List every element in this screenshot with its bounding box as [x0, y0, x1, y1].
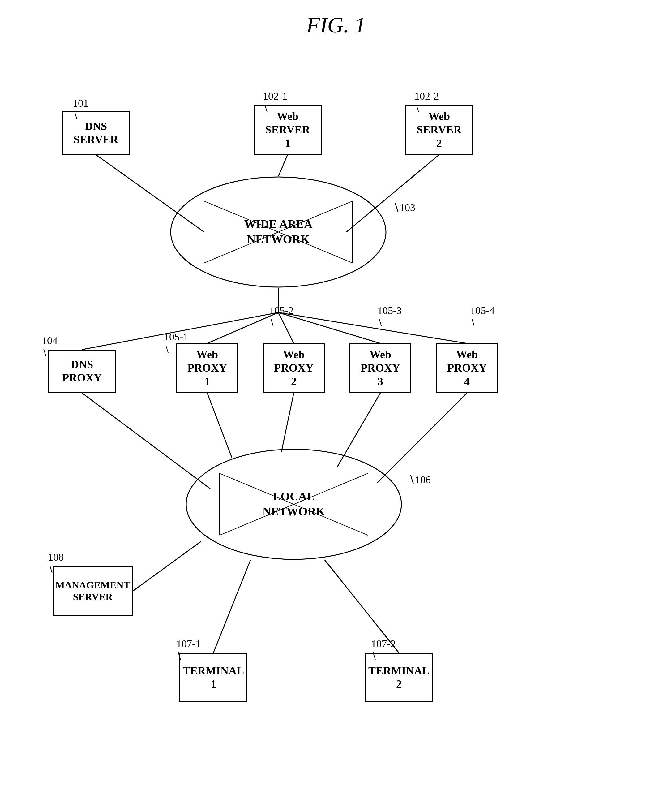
management-server-box: MANAGEMENTSERVER	[53, 566, 133, 616]
web-server-2-ref: 102-2∖	[414, 90, 439, 114]
svg-line-15	[213, 560, 250, 653]
wan-ref: ∖103	[393, 201, 415, 214]
dns-server-box: DNSSERVER	[62, 111, 130, 155]
web-proxy-3-ref: 105-3∖	[377, 305, 402, 328]
local-network-ellipse: LOCALNETWORK	[186, 449, 402, 560]
local-network-ref: ∖106	[408, 473, 431, 486]
dns-server-ref: 101∖	[73, 98, 88, 121]
dns-proxy-box: DNSPROXY	[48, 350, 116, 393]
terminal-1-ref: 107-1∖	[176, 638, 201, 661]
svg-line-1	[278, 155, 288, 176]
svg-line-5	[207, 312, 278, 343]
web-proxy-3-box: WebPROXY3	[350, 343, 411, 393]
web-proxy-2-box: WebPROXY2	[263, 343, 325, 393]
dns-proxy-ref: 104∖	[42, 335, 58, 358]
wan-label: WIDE AREANETWORK	[244, 217, 313, 247]
web-proxy-4-box: WebPROXY4	[436, 343, 498, 393]
web-proxy-1-ref: 105-1∖	[164, 331, 188, 355]
terminal-2-ref: 107-2∖	[371, 638, 396, 661]
svg-line-10	[207, 393, 232, 458]
svg-line-7	[278, 312, 380, 343]
web-proxy-2-ref: 105-2∖	[269, 305, 293, 328]
svg-line-11	[281, 393, 294, 452]
page-title: FIG. 1	[306, 12, 366, 38]
wan-ellipse: WIDE AREANETWORK	[170, 176, 387, 288]
svg-line-8	[278, 312, 467, 343]
web-server-1-ref: 102-1∖	[263, 90, 287, 114]
local-network-label: LOCALNETWORK	[263, 489, 326, 520]
management-server-ref: 108∖	[48, 551, 64, 575]
web-proxy-4-ref: 105-4∖	[470, 305, 494, 328]
diagram: WIDE AREANETWORK ∖103 LOCALNETWORK ∖106 …	[0, 40, 672, 798]
